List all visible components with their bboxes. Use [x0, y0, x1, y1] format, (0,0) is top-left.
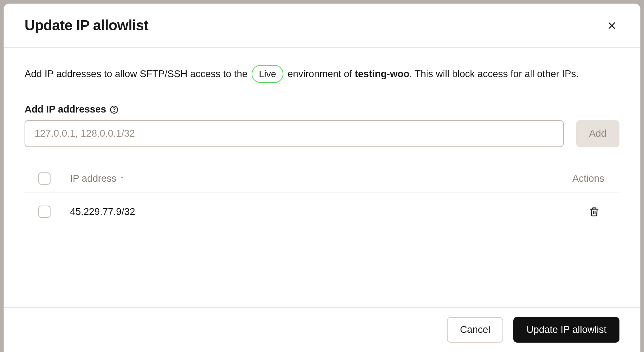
arrow-up-icon: ↑: [120, 173, 125, 184]
close-button[interactable]: [604, 18, 619, 33]
ip-table: IP address ↑ Actions 45.229.77.9/32: [25, 172, 619, 230]
modal-description: Add IP addresses to allow SFTP/SSH acces…: [25, 65, 619, 83]
table-header-ip[interactable]: IP address ↑: [61, 173, 562, 184]
add-button[interactable]: Add: [576, 120, 619, 147]
description-suffix: . This will block access for all other I…: [409, 69, 579, 79]
table-row-ip: 45.229.77.9/32: [61, 206, 562, 217]
description-prefix: Add IP addresses to allow SFTP/SSH acces…: [25, 69, 250, 79]
svg-point-3: [114, 111, 114, 112]
table-header-actions: Actions: [562, 173, 619, 184]
close-icon: [607, 21, 617, 30]
help-icon[interactable]: [110, 105, 118, 114]
table-row: 45.229.77.9/32: [25, 193, 619, 230]
environment-badge: Live: [252, 65, 283, 83]
modal-footer: Cancel Update IP allowlist: [4, 307, 640, 352]
modal-header: Update IP allowlist: [4, 4, 640, 48]
add-ip-row: Add: [25, 120, 619, 147]
add-ip-label: Add IP addresses: [25, 104, 106, 115]
table-header: IP address ↑ Actions: [25, 172, 619, 193]
cancel-button[interactable]: Cancel: [447, 317, 503, 343]
table-row-actions: [562, 204, 619, 219]
modal-title: Update IP allowlist: [25, 17, 148, 34]
table-header-checkbox-cell: [25, 172, 61, 185]
table-header-ip-label: IP address: [70, 173, 117, 184]
field-label-row: Add IP addresses: [25, 104, 619, 115]
modal-body: Add IP addresses to allow SFTP/SSH acces…: [4, 48, 640, 307]
trash-icon: [589, 206, 599, 217]
site-name: testing-woo: [355, 69, 409, 79]
row-checkbox[interactable]: [38, 206, 51, 218]
table-row-checkbox-cell: [25, 206, 61, 218]
select-all-checkbox[interactable]: [38, 172, 51, 185]
description-middle: environment of: [288, 69, 355, 79]
ip-allowlist-modal: Update IP allowlist Add IP addresses to …: [4, 4, 640, 352]
ip-input[interactable]: [25, 120, 564, 147]
update-button[interactable]: Update IP allowlist: [513, 317, 619, 343]
delete-button[interactable]: [587, 204, 601, 219]
